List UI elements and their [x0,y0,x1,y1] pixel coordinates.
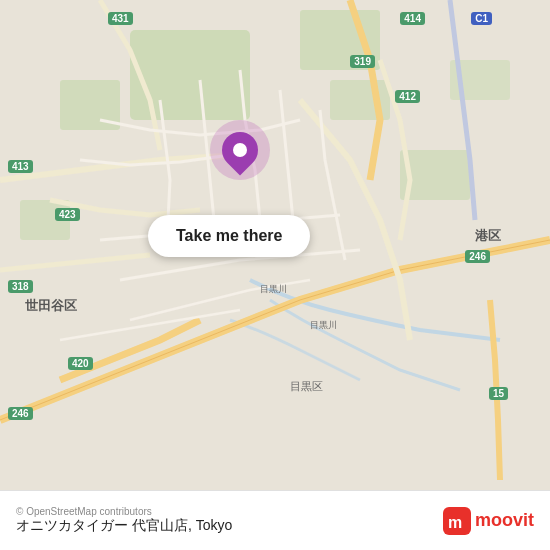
svg-text:m: m [448,514,462,531]
map-pin [210,120,270,180]
pin-inner [215,125,266,176]
road-label-246b: 246 [465,250,490,263]
road-label-15: 15 [489,387,508,400]
road-label-318: 318 [8,280,33,293]
pin-circle [210,120,270,180]
road-label-420: 420 [68,357,93,370]
svg-text:目黒川: 目黒川 [260,284,287,294]
road-label-319: 319 [350,55,375,68]
svg-text:目黒区: 目黒区 [290,380,323,392]
copyright-text: © OpenStreetMap contributors [16,506,232,517]
svg-text:港区: 港区 [475,228,501,243]
road-label-431: 431 [108,12,133,25]
road-label-c1: C1 [471,12,492,25]
moovit-text: moovit [475,510,534,531]
moovit-icon: m [443,507,471,535]
road-label-412: 412 [395,90,420,103]
road-label-413: 413 [8,160,33,173]
road-label-414: 414 [400,12,425,25]
road-label-246: 246 [8,407,33,420]
road-label-423: 423 [55,208,80,221]
take-me-there-button[interactable]: Take me there [148,215,310,257]
svg-rect-0 [130,30,250,120]
svg-text:世田谷区: 世田谷区 [25,298,77,313]
place-name: オニツカタイガー 代官山店, Tokyo [16,517,232,535]
map-container: 世田谷区 港区 目黒区 目黒川 目黒川 246 246 413 412 414 … [0,0,550,490]
moovit-logo: m moovit [443,507,534,535]
svg-text:目黒川: 目黒川 [310,320,337,330]
pin-dot [233,143,247,157]
bottom-info: © OpenStreetMap contributors オニツカタイガー 代官… [16,506,232,535]
bottom-bar: © OpenStreetMap contributors オニツカタイガー 代官… [0,490,550,550]
